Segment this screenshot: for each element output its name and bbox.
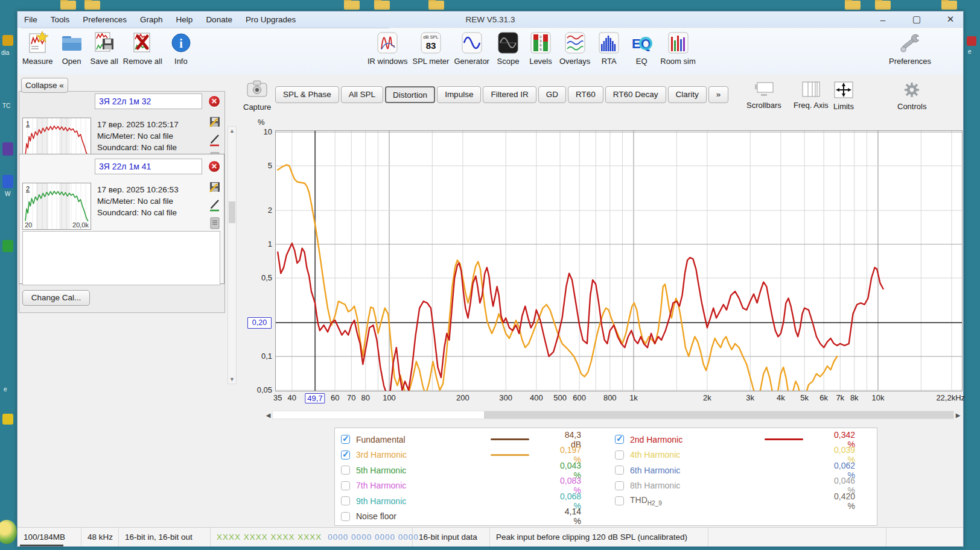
desktop-folder-icon [374,1,390,10]
toolbar-preferences-button[interactable]: Preferences [886,31,934,66]
desktop-icon-label: e [968,48,972,55]
y-tick-label: 1 [247,239,272,248]
bits-active: XXXX XXXX XXXX XXXX [217,533,322,542]
ir-windows-icon [375,31,399,55]
menu-pro-upgrades[interactable]: Pro Upgrades [239,12,302,28]
svg-text:1: 1 [26,120,30,127]
panel-scrollbar[interactable]: ▲ ▼ [228,126,237,384]
tab-spl-phase[interactable]: SPL & Phase [275,86,339,103]
save-measurement-icon[interactable] [208,115,221,128]
maximize-button[interactable]: ▢ [910,14,923,25]
scroll-down-icon[interactable]: ▼ [228,376,236,382]
legend-checkbox[interactable] [341,466,350,475]
legend-label: 5th Harmonic [356,466,465,475]
tab-distortion[interactable]: Distortion [385,86,435,103]
collapse-panel-button[interactable]: Collapse « [21,78,68,93]
toolbar-levels-button[interactable]: 0369Levels [524,31,557,66]
menu-help[interactable]: Help [170,12,200,28]
desktop-icon-label: e [4,386,7,393]
toolbar-overlays-button[interactable]: Overlays [557,31,593,66]
svg-text:i: i [179,37,183,50]
capture-button[interactable]: Capture [243,77,271,112]
title-bar: FileToolsPreferencesGraphHelpDonatePro U… [18,11,963,28]
legend-row-thd: THDH2_90,420 % [615,493,871,509]
delete-measurement-icon[interactable]: ✕ [208,95,220,107]
menu-preferences[interactable]: Preferences [76,12,133,28]
menu-donate[interactable]: Donate [199,12,239,28]
toolbar-eq-button[interactable]: EQEQ [625,31,658,66]
toolbar-rta-button[interactable]: RTA [593,31,625,66]
scroll-right-icon[interactable]: ▶ [954,412,962,419]
change-cal-button[interactable]: Change Cal... [22,290,90,306]
tab--[interactable]: » [708,86,729,103]
scrollbar-track[interactable] [272,411,954,419]
view-button-label: Freq. Axis [794,101,829,110]
scroll-up-icon[interactable]: ▲ [228,128,236,134]
toolbar-generator-button[interactable]: Generator [451,31,492,66]
menu-graph[interactable]: Graph [133,12,170,28]
y-tick-label: 2 [247,206,272,215]
scrollbar-thumb[interactable] [229,201,235,223]
tab-gd[interactable]: GD [538,86,566,103]
legend-checkbox[interactable] [615,496,624,505]
toolbar-room-sim-button[interactable]: Room sim [658,31,698,66]
delete-measurement-icon[interactable]: ✕ [208,160,220,172]
measurement-thumbnail[interactable]: 22020,0k [22,183,91,230]
toolbar-save-all-button[interactable]: Save all [88,31,121,66]
measurement-notes-area[interactable] [22,231,220,285]
menu-file[interactable]: File [18,12,44,28]
toolbar-measure-button[interactable]: Measure [20,31,56,66]
tab-filtered-ir[interactable]: Filtered IR [483,86,536,103]
view-limits-button[interactable]: Limits [833,81,854,111]
memory-usage: 100/184MB [18,528,81,546]
toolbar-spl-meter-button[interactable]: dB SPL83SPL meter [410,31,451,66]
trace-pen-icon[interactable] [208,198,221,212]
measurement-name-input[interactable] [95,159,202,174]
legend-checkbox[interactable] [341,450,350,460]
toolbar-scope-button[interactable]: Scope [492,31,524,66]
toolbar-info-button[interactable]: iInfo [165,31,197,66]
desktop-folder-icon [875,1,891,10]
toolbar-label: Levels [529,57,552,66]
x-tick-label: 100 [383,393,396,402]
view-controls-button[interactable]: Controls [897,81,926,111]
trace-pen-icon[interactable] [208,133,221,147]
legend-checkbox[interactable] [341,435,350,444]
toolbar-remove-all-button[interactable]: Remove all [121,31,165,66]
tab-clarity[interactable]: Clarity [668,86,707,103]
view-scrollbars-button[interactable]: Scrollbars [746,81,781,110]
menu-tools[interactable]: Tools [44,12,77,28]
toolbar-label: Remove all [123,57,162,66]
scrollbar-thumb[interactable] [484,411,953,419]
tab-rt60[interactable]: RT60 [568,86,603,103]
tab-all-spl[interactable]: All SPL [341,86,383,103]
legend-column: 2nd Harmonic0,342 %4th Harmonic0,039 %6t… [615,432,871,524]
notes-icon[interactable] [208,217,221,230]
scrollbars-icon [754,81,774,100]
tab-impulse[interactable]: Impulse [437,86,481,103]
svg-text:dB SPL: dB SPL [423,34,438,40]
legend-line-sample [739,438,829,440]
desktop-folder-icon [428,1,444,10]
svg-text:83: 83 [426,40,436,51]
legend-checkbox[interactable] [615,481,624,490]
legend-checkbox[interactable] [341,496,350,505]
scroll-left-icon[interactable]: ◀ [264,412,272,419]
overlays-icon [563,31,587,55]
measurement-date: 17 вер. 2025 10:25:17 [97,119,179,130]
measurement-name-input[interactable] [95,93,202,109]
distortion-plot[interactable] [275,130,962,391]
tab-rt60-decay[interactable]: RT60 Decay [605,86,666,103]
legend-checkbox[interactable] [341,512,350,521]
view-freq-axis-button[interactable]: Freq. Axis [794,81,829,110]
graph-h-scrollbar[interactable]: ◀ ▶ [264,410,962,420]
close-button[interactable]: ✕ [944,14,957,25]
save-measurement-icon[interactable] [208,180,221,194]
legend-checkbox[interactable] [341,481,350,490]
legend-checkbox[interactable] [615,450,624,460]
toolbar-ir-windows-button[interactable]: IR windows [365,31,410,66]
legend-checkbox[interactable] [615,466,624,475]
toolbar-open-button[interactable]: Open [56,31,88,66]
minimize-button[interactable]: – [876,14,889,25]
legend-checkbox[interactable] [615,435,624,444]
